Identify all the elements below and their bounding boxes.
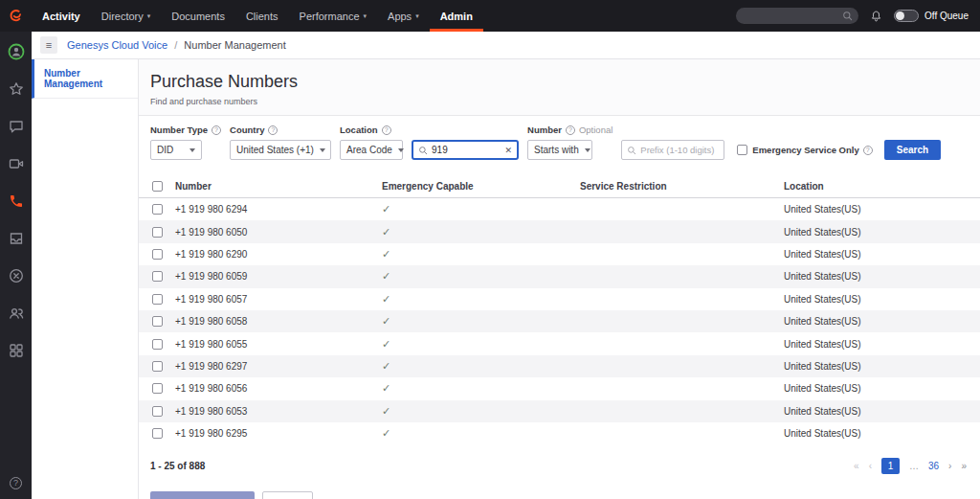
- row-checkbox[interactable]: [152, 361, 163, 372]
- last-page-button[interactable]: »: [961, 461, 967, 471]
- chevron-down-icon: ▾: [364, 12, 368, 20]
- circle-x-icon[interactable]: [8, 267, 25, 284]
- last-page-number-button[interactable]: 36: [928, 461, 939, 471]
- first-page-button[interactable]: «: [854, 461, 859, 471]
- country-select[interactable]: United States (+1): [230, 140, 331, 160]
- prefix-search-box[interactable]: [621, 140, 724, 160]
- row-checkbox[interactable]: [152, 428, 163, 439]
- favorites-star-icon[interactable]: [8, 80, 25, 98]
- area-code-search-box[interactable]: ✕: [412, 140, 519, 160]
- emergency-checkbox[interactable]: [737, 145, 747, 155]
- genesys-logo-icon[interactable]: [0, 0, 32, 32]
- page-header: Purchase Numbers Find and purchase numbe…: [139, 59, 980, 116]
- profile-presence-icon[interactable]: [8, 43, 25, 60]
- row-checkbox[interactable]: [152, 294, 163, 305]
- table-row[interactable]: +1 919 980 6290 ✓ United States(US): [139, 243, 980, 265]
- location-cell: United States(US): [784, 249, 980, 260]
- help-icon[interactable]: ?: [268, 125, 278, 135]
- table-row[interactable]: +1 919 980 6297 ✓ United States(US): [139, 355, 980, 377]
- chat-icon[interactable]: [8, 118, 25, 135]
- chevron-down-icon: [189, 148, 195, 152]
- help-icon[interactable]: ?: [8, 474, 25, 491]
- area-code-input[interactable]: [432, 145, 501, 155]
- row-checkbox[interactable]: [152, 204, 163, 215]
- notifications-bell-icon[interactable]: [870, 10, 882, 23]
- next-page-button[interactable]: ›: [948, 461, 951, 471]
- nav-directory-label: Directory: [101, 11, 144, 22]
- nav-activity[interactable]: Activity: [32, 0, 91, 32]
- row-checkbox[interactable]: [152, 271, 163, 282]
- row-checkbox[interactable]: [152, 316, 163, 327]
- left-icon-rail: ?: [0, 32, 32, 499]
- nav-clients[interactable]: Clients: [235, 0, 289, 32]
- sidebar-item-number-management[interactable]: Number Management: [32, 59, 138, 99]
- column-number: Number: [175, 181, 382, 192]
- table-row[interactable]: +1 919 980 6055 ✓ United States(US): [139, 332, 980, 354]
- search-button[interactable]: Search: [884, 140, 941, 160]
- table-row[interactable]: +1 919 980 6058 ✓ United States(US): [139, 310, 980, 332]
- nav-directory[interactable]: Directory▾: [91, 0, 162, 32]
- global-search[interactable]: [736, 8, 858, 24]
- select-all-checkbox[interactable]: [152, 181, 163, 192]
- filter-area-code-search: ✕: [412, 140, 519, 160]
- search-icon: [418, 146, 428, 155]
- row-checkbox[interactable]: [152, 227, 163, 238]
- main-nav: Activity Directory▾ Documents Clients Pe…: [32, 0, 483, 32]
- number-type-label: Number Type ?: [150, 125, 221, 135]
- location-type-select[interactable]: Area Code: [340, 140, 403, 160]
- table-row[interactable]: +1 919 980 6056 ✓ United States(US): [139, 377, 980, 399]
- table-row[interactable]: +1 919 980 6294 ✓ United States(US): [139, 198, 980, 220]
- table-row[interactable]: +1 919 980 6053 ✓ United States(US): [139, 400, 980, 422]
- number-match-select[interactable]: Starts with: [527, 140, 592, 160]
- queue-toggle-wrap: Off Queue: [894, 10, 969, 22]
- check-icon: ✓: [382, 226, 580, 238]
- help-icon[interactable]: ?: [212, 125, 221, 135]
- global-search-input[interactable]: [742, 11, 842, 21]
- nav-documents-label: Documents: [171, 11, 225, 22]
- queue-toggle[interactable]: [894, 10, 919, 22]
- nav-admin[interactable]: Admin: [430, 0, 483, 32]
- contacts-people-icon[interactable]: [8, 305, 25, 322]
- menu-hamburger-icon[interactable]: ≡: [40, 36, 57, 54]
- row-checkbox[interactable]: [152, 249, 163, 260]
- country-label: Country ?: [230, 125, 331, 135]
- prefix-input[interactable]: [640, 145, 719, 155]
- current-page-button[interactable]: 1: [881, 458, 900, 474]
- table-row[interactable]: +1 919 980 6050 ✓ United States(US): [139, 220, 980, 242]
- table-row[interactable]: +1 919 980 6295 ✓ United States(US): [139, 422, 980, 444]
- row-checkbox[interactable]: [152, 383, 163, 394]
- nav-apps[interactable]: Apps▾: [377, 0, 430, 32]
- location-cell: United States(US): [784, 204, 980, 215]
- help-icon[interactable]: ?: [566, 125, 575, 135]
- inbox-icon[interactable]: [8, 230, 25, 247]
- table-row[interactable]: +1 919 980 6059 ✓ United States(US): [139, 265, 980, 287]
- row-checkbox[interactable]: [152, 406, 163, 417]
- filter-number-type: Number Type ? DID: [150, 125, 221, 160]
- complete-purchase-button[interactable]: Complete Purchase: [150, 491, 255, 499]
- table-row[interactable]: +1 919 980 6057 ✓ United States(US): [139, 288, 980, 310]
- video-icon[interactable]: [8, 155, 25, 172]
- number-cell: +1 919 980 6056: [175, 383, 382, 394]
- nav-documents[interactable]: Documents: [161, 0, 235, 32]
- clear-icon[interactable]: ✕: [504, 146, 512, 155]
- off-queue-label: Off Queue: [924, 11, 969, 21]
- check-icon: ✓: [382, 248, 580, 261]
- location-cell: United States(US): [784, 428, 980, 439]
- row-checkbox[interactable]: [152, 339, 163, 350]
- number-match-value: Starts with: [534, 145, 579, 155]
- apps-grid-icon[interactable]: [8, 342, 25, 359]
- admin-sidebar: Number Management: [32, 59, 139, 499]
- number-cell: +1 919 980 6294: [175, 204, 382, 215]
- help-icon[interactable]: ?: [863, 146, 873, 155]
- chevron-down-icon: [585, 148, 590, 152]
- number-cell: +1 919 980 6297: [175, 361, 382, 372]
- cancel-button[interactable]: Cancel: [262, 491, 313, 499]
- breadcrumb-link-genesys-cloud-voice[interactable]: Genesys Cloud Voice: [67, 39, 167, 51]
- emergency-label-text: Emergency Service Only: [752, 145, 858, 155]
- calls-phone-icon[interactable]: [8, 193, 25, 210]
- help-icon[interactable]: ?: [382, 125, 391, 135]
- prev-page-button[interactable]: ‹: [869, 461, 872, 471]
- nav-apps-label: Apps: [388, 11, 412, 22]
- number-type-select[interactable]: DID: [150, 140, 202, 160]
- nav-performance[interactable]: Performance▾: [289, 0, 378, 32]
